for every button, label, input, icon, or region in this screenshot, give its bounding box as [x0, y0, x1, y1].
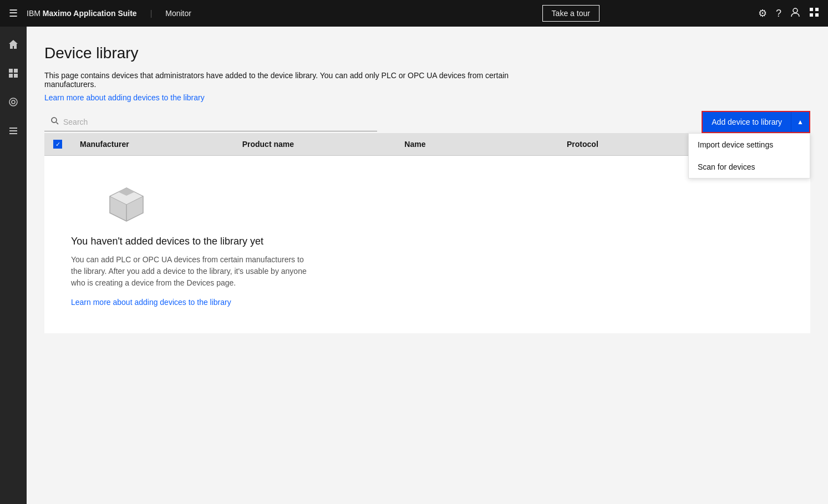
- sidebar-item-dashboard[interactable]: [0, 60, 27, 86]
- help-icon[interactable]: ?: [776, 8, 781, 19]
- svg-rect-5: [9, 69, 13, 73]
- svg-line-15: [57, 123, 59, 125]
- svg-rect-6: [14, 69, 18, 73]
- column-header-manufacturer: Manufacturer: [71, 133, 233, 155]
- main-content: Device library This page contains device…: [27, 27, 828, 504]
- toolbar: Add device to library ▲ Import device se…: [44, 111, 810, 133]
- svg-rect-1: [810, 8, 813, 11]
- empty-state-learn-more-link[interactable]: Learn more about adding devices to the l…: [71, 298, 231, 307]
- add-device-main-button[interactable]: Add device to library: [703, 112, 791, 132]
- apps-grid-icon[interactable]: [809, 7, 819, 20]
- svg-point-14: [52, 118, 57, 123]
- add-device-button-group: Add device to library ▲: [702, 111, 810, 133]
- column-header-product-name: Product name: [233, 133, 396, 155]
- user-icon[interactable]: [790, 7, 800, 20]
- search-container: [44, 113, 377, 131]
- empty-state-title: You haven't added devices to the library…: [71, 236, 263, 247]
- svg-point-10: [12, 100, 15, 104]
- learn-more-header-link[interactable]: Learn more about adding devices to the l…: [44, 93, 205, 102]
- sidebar-item-list[interactable]: [0, 118, 27, 144]
- search-icon: [51, 117, 59, 126]
- page-description: This page contains devices that administ…: [44, 71, 543, 89]
- nav-section-label: Monitor: [165, 9, 191, 18]
- svg-rect-3: [810, 13, 813, 17]
- svg-rect-13: [9, 133, 17, 134]
- column-header-name: Name: [395, 133, 558, 155]
- take-tour-button[interactable]: Take a tour: [542, 5, 600, 22]
- svg-rect-7: [9, 74, 13, 78]
- svg-point-9: [9, 98, 17, 106]
- empty-box-icon: [104, 182, 149, 227]
- empty-state-description: You can add PLC or OPC UA devices from c…: [71, 254, 315, 289]
- settings-icon[interactable]: ⚙: [758, 7, 767, 19]
- left-sidebar: [0, 27, 27, 504]
- sidebar-item-home[interactable]: [0, 31, 27, 58]
- empty-state: You haven't added devices to the library…: [44, 156, 810, 333]
- add-device-dropdown-menu: Import device settings Scan for devices: [688, 133, 810, 179]
- import-device-settings-item[interactable]: Import device settings: [689, 134, 810, 156]
- svg-point-0: [793, 8, 797, 13]
- table-header-checkbox[interactable]: [44, 133, 71, 155]
- top-navigation: ☰ IBM Maximo Application Suite | Monitor…: [0, 0, 828, 27]
- add-device-chevron-button[interactable]: ▲: [791, 112, 809, 132]
- search-input[interactable]: [63, 118, 370, 126]
- add-device-wrapper: Add device to library ▲ Import device se…: [702, 111, 810, 133]
- svg-rect-8: [14, 74, 18, 78]
- svg-rect-2: [815, 8, 819, 11]
- nav-divider: |: [150, 9, 153, 18]
- sidebar-item-monitor[interactable]: [0, 89, 27, 115]
- svg-rect-4: [815, 13, 819, 17]
- svg-rect-11: [9, 128, 17, 129]
- hamburger-menu-icon[interactable]: ☰: [9, 7, 18, 19]
- brand-name: IBM Maximo Application Suite: [27, 9, 137, 18]
- page-title: Device library: [44, 44, 810, 62]
- select-all-checkbox[interactable]: [53, 140, 62, 149]
- scan-for-devices-item[interactable]: Scan for devices: [689, 156, 810, 178]
- svg-rect-12: [9, 130, 17, 131]
